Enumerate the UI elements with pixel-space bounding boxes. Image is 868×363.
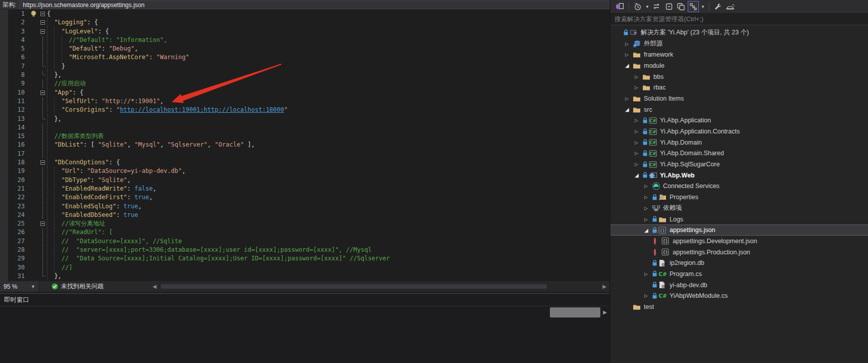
collapse-arrow-icon[interactable]: ◢ bbox=[635, 172, 642, 178]
tree-item-yi.abp.sqlsugarcore[interactable]: ▷C#Yi.Abp.SqlSugarCore bbox=[610, 159, 868, 170]
chevron-down-icon[interactable]: ▼ bbox=[700, 5, 706, 9]
expand-arrow-icon[interactable]: ▷ bbox=[635, 151, 642, 156]
tree-item-module[interactable]: ◢module bbox=[610, 60, 868, 71]
expand-arrow-icon[interactable]: ▷ bbox=[644, 217, 652, 222]
code-line-19[interactable]: 19"Url": "DataSource=yi-abp-dev.db", bbox=[0, 167, 609, 175]
code-line-30[interactable]: 30//] bbox=[0, 263, 609, 272]
expand-arrow-icon[interactable]: ▷ bbox=[625, 96, 633, 101]
code-line-3[interactable]: 3"LogLevel": { bbox=[0, 27, 609, 36]
code-line-21[interactable]: 21"EnabledReadWrite": false, bbox=[0, 185, 609, 193]
expand-arrow-icon[interactable]: ▷ bbox=[625, 52, 633, 57]
fold-toggle-icon[interactable] bbox=[39, 158, 47, 167]
zoom-dropdown[interactable]: 95 % ▼ bbox=[0, 281, 39, 292]
code-line-13[interactable]: 13}, bbox=[0, 115, 609, 123]
code-line-27[interactable]: 27// "DataSource=[xxxx]", //Sqlite bbox=[0, 237, 609, 246]
scrollbar-track[interactable] bbox=[159, 281, 600, 292]
search-input[interactable] bbox=[610, 14, 868, 25]
quick-actions-lightbulb-icon[interactable] bbox=[29, 10, 39, 18]
breakpoint-margin[interactable] bbox=[0, 10, 8, 281]
tree-item-yi.abp.application[interactable]: ▷C#Yi.Abp.Application bbox=[610, 115, 868, 126]
schema-url-combobox[interactable]: https://json.schemastore.org/appsettings… bbox=[19, 1, 609, 9]
expand-arrow-icon[interactable]: ▷ bbox=[644, 293, 652, 298]
code-line-23[interactable]: 23"EnabledSqlLog": true, bbox=[0, 202, 609, 211]
collapse-arrow-icon[interactable]: ◢ bbox=[644, 228, 652, 233]
tree-item-ip2region.db[interactable]: ip2region.db bbox=[610, 257, 868, 268]
tree-item--[interactable]: ▷外部源 bbox=[610, 38, 868, 50]
tree-item-framework[interactable]: ▷framework bbox=[610, 49, 868, 60]
tree-item-program.cs[interactable]: ▷C#Program.cs bbox=[610, 268, 868, 280]
tree-item-solution-items[interactable]: ▷Solution Items bbox=[610, 93, 868, 104]
code-line-1[interactable]: 1{ bbox=[0, 10, 609, 18]
tree-item-yi.abp.domain.shared[interactable]: ▷C#Yi.Abp.Domain.Shared bbox=[610, 148, 868, 159]
chevron-down-icon[interactable]: ▼ bbox=[644, 5, 650, 9]
code-line-10[interactable]: 10"App": { bbox=[0, 88, 609, 97]
code-line-18[interactable]: 18"DbConnOptions": { bbox=[0, 158, 609, 167]
show-all-files-icon[interactable] bbox=[676, 1, 687, 12]
document-health-indicator[interactable]: 未找到相关问题 bbox=[52, 282, 104, 291]
code-line-7[interactable]: 7} bbox=[0, 62, 609, 71]
track-active-item-icon[interactable] bbox=[688, 1, 699, 12]
expand-arrow-icon[interactable]: ▷ bbox=[625, 41, 633, 47]
expand-arrow-icon[interactable]: ▷ bbox=[635, 140, 642, 145]
expand-arrow-icon[interactable]: ▷ bbox=[635, 74, 642, 79]
code-line-20[interactable]: 20"DbType": "Sqlite", bbox=[0, 176, 609, 185]
fold-toggle-icon[interactable] bbox=[39, 219, 47, 228]
tree-item-yi.abp.application.contracts[interactable]: ▷C#Yi.Abp.Application.Contracts bbox=[610, 126, 868, 137]
code-line-9[interactable]: 9//应用启动 bbox=[0, 79, 609, 88]
code-line-17[interactable]: 17 bbox=[0, 150, 609, 158]
collapse-arrow-icon[interactable]: ◢ bbox=[625, 63, 633, 68]
code-line-11[interactable]: 11"SelfUrl": "http://*:19001", bbox=[0, 97, 609, 106]
expand-arrow-icon[interactable]: ▷ bbox=[644, 184, 652, 189]
expand-arrow-icon[interactable]: ▷ bbox=[644, 206, 652, 211]
fold-toggle-icon[interactable] bbox=[39, 27, 47, 36]
tree-item-appsettings.json[interactable]: ◢{}appsettings.json bbox=[610, 224, 868, 236]
collapse-all-icon[interactable] bbox=[663, 1, 675, 12]
expand-arrow-icon[interactable]: ▷ bbox=[644, 271, 652, 277]
code-line-26[interactable]: 26//"ReadUrl": [ bbox=[0, 228, 609, 237]
tree-item-yiabpwebmodule.cs[interactable]: ▷C#YiAbpWebModule.cs bbox=[610, 291, 868, 302]
properties-wrench-icon[interactable] bbox=[712, 1, 724, 12]
tree-item-yi.abp.domain[interactable]: ▷C#Yi.Abp.Domain bbox=[610, 137, 868, 148]
expand-arrow-icon[interactable]: ▷ bbox=[635, 118, 642, 123]
code-line-24[interactable]: 24"EnabledDbSeed": true bbox=[0, 211, 609, 219]
code-line-22[interactable]: 22"EnabledCodeFirst": true, bbox=[0, 193, 609, 202]
expand-arrow-icon[interactable]: ▷ bbox=[635, 85, 642, 90]
tree-item-properties[interactable]: ▷Properties bbox=[610, 192, 868, 203]
expand-arrow-icon[interactable]: ▷ bbox=[635, 162, 642, 167]
tree-item-rbac[interactable]: ▷rbac bbox=[610, 82, 868, 93]
code-line-15[interactable]: 15//数据库类型列表 bbox=[0, 132, 609, 141]
sync-active-document-icon[interactable] bbox=[651, 1, 662, 12]
scroll-left-icon[interactable]: ◀ bbox=[150, 284, 159, 289]
tree-item--yi.abp-23-23-[interactable]: 解决方案 'Yi.Abp' (23 个项目, 共 23 个) bbox=[610, 27, 868, 38]
fold-toggle-icon[interactable] bbox=[39, 18, 47, 27]
scroll-right-icon[interactable]: ▶ bbox=[600, 284, 608, 289]
tree-item-connected-services[interactable]: ▷+Connected Services bbox=[610, 181, 868, 192]
preview-selected-items-icon[interactable] bbox=[725, 1, 736, 12]
tree-item-yi-abp-dev.db[interactable]: yi-abp-dev.db bbox=[610, 280, 868, 291]
code-line-25[interactable]: 25//读写分离地址 bbox=[0, 219, 609, 228]
code-line-6[interactable]: 6"Microsoft.AspNetCore": "Warning" bbox=[0, 53, 609, 62]
code-line-8[interactable]: 8}, bbox=[0, 71, 609, 79]
expand-arrow-icon[interactable]: ▷ bbox=[644, 195, 652, 200]
tree-item-appsettings.production.json[interactable]: {}appsettings.Production.json bbox=[610, 247, 868, 258]
code-line-16[interactable]: 16"DbList": [ "Sqlite", "Mysql", "Sqlser… bbox=[0, 141, 609, 149]
immediate-window-title[interactable]: 即时窗口 bbox=[0, 294, 609, 306]
code-line-12[interactable]: 12"CorsOrigins": "http://localhost:19001… bbox=[0, 106, 609, 114]
tree-item--[interactable]: ▷依赖项 bbox=[610, 203, 868, 214]
code-line-28[interactable]: 28// "server=[xxxx];port=3306;database=[… bbox=[0, 246, 609, 254]
expand-arrow-icon[interactable]: ▷ bbox=[635, 129, 642, 134]
code-line-14[interactable]: 14 bbox=[0, 123, 609, 132]
horizontal-scrollbar[interactable]: ◀ ▶ bbox=[150, 281, 608, 292]
fold-toggle-icon[interactable] bbox=[39, 88, 47, 97]
filter-icon[interactable] bbox=[632, 1, 643, 12]
code-line-5[interactable]: 5"Default": "Debug", bbox=[0, 44, 609, 53]
code-editor[interactable]: 1{2"Logging": {3"LogLevel": {4//"Default… bbox=[0, 10, 609, 281]
code-line-2[interactable]: 2"Logging": { bbox=[0, 18, 609, 27]
code-line-29[interactable]: 29// "Data Source=[xxxx];Initial Catalog… bbox=[0, 254, 609, 263]
code-line-4[interactable]: 4//"Default": "Information", bbox=[0, 36, 609, 44]
tree-item-logs[interactable]: ▷Logs bbox=[610, 214, 868, 225]
immediate-window-scroll-right-icon[interactable]: ▶ bbox=[601, 307, 608, 317]
tree-item-bbs[interactable]: ▷bbs bbox=[610, 71, 868, 82]
switch-views-icon[interactable] bbox=[615, 1, 626, 12]
immediate-window-scrollbar-thumb[interactable] bbox=[550, 307, 600, 317]
